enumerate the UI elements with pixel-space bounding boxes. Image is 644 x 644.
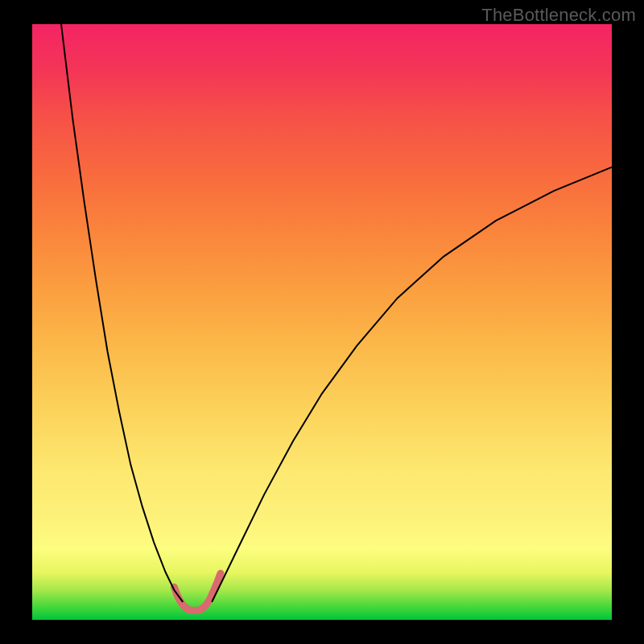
chart-container: TheBottleneck.com	[0, 0, 644, 644]
watermark-text: TheBottleneck.com	[481, 5, 636, 26]
plot-area	[32, 24, 612, 620]
dip-highlight-path	[174, 573, 221, 610]
curve-svg	[32, 24, 612, 620]
right-branch-path	[212, 167, 612, 602]
left-branch-path	[61, 24, 183, 602]
